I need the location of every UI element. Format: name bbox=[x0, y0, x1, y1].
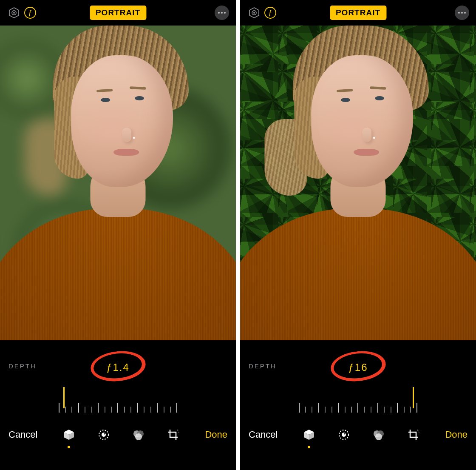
slider-ticks bbox=[299, 401, 418, 413]
aperture-icon[interactable]: ƒ bbox=[263, 6, 278, 20]
svg-point-24 bbox=[344, 433, 346, 435]
active-indicator bbox=[308, 446, 310, 448]
cancel-button[interactable]: Cancel bbox=[249, 429, 278, 440]
portrait-subject bbox=[0, 26, 236, 340]
hexagon-icon[interactable] bbox=[247, 6, 261, 20]
portrait-subject bbox=[240, 26, 476, 340]
adjust-icon[interactable] bbox=[334, 425, 353, 444]
mode-badge[interactable]: PORTRAIT bbox=[90, 6, 146, 20]
svg-point-16 bbox=[253, 12, 255, 14]
svg-text:ƒ: ƒ bbox=[28, 9, 32, 17]
depth-slider[interactable] bbox=[299, 387, 418, 413]
adjust-icon[interactable] bbox=[94, 425, 113, 444]
depth-slider[interactable] bbox=[59, 387, 178, 413]
aperture-icon[interactable]: ƒ bbox=[23, 6, 37, 20]
depth-label: DEPTH bbox=[8, 362, 37, 370]
bottom-toolbar: Cancel Done bbox=[240, 417, 476, 457]
aperture-value: ƒ16 bbox=[348, 362, 368, 373]
crop-icon[interactable] bbox=[164, 425, 183, 444]
svg-point-13 bbox=[135, 433, 142, 440]
svg-point-10 bbox=[104, 433, 105, 435]
done-button[interactable]: Done bbox=[445, 429, 468, 440]
done-button[interactable]: Done bbox=[205, 429, 227, 440]
filters-icon[interactable] bbox=[369, 425, 388, 444]
top-bar: ƒ PORTRAIT bbox=[0, 0, 236, 26]
svg-point-9 bbox=[102, 433, 106, 437]
depth-panel: DEPTH ƒ16 bbox=[240, 340, 476, 417]
editor-pane-left: ƒ PORTRAIT DEPTH ƒ1.4 bbox=[0, 0, 236, 470]
cube-icon[interactable] bbox=[300, 425, 318, 444]
cube-icon[interactable] bbox=[60, 425, 78, 444]
depth-label: DEPTH bbox=[249, 362, 277, 370]
svg-text:ƒ: ƒ bbox=[269, 9, 272, 17]
svg-point-27 bbox=[375, 433, 382, 440]
more-button[interactable] bbox=[455, 6, 469, 20]
mode-badge[interactable]: PORTRAIT bbox=[330, 6, 386, 20]
hexagon-icon[interactable] bbox=[7, 6, 21, 20]
svg-point-2 bbox=[13, 12, 15, 14]
crop-icon[interactable] bbox=[404, 425, 423, 444]
bottom-toolbar: Cancel Done bbox=[0, 417, 236, 457]
filters-icon[interactable] bbox=[129, 425, 148, 444]
top-bar: ƒ PORTRAIT bbox=[240, 0, 476, 26]
photo-preview[interactable] bbox=[0, 26, 236, 340]
depth-panel: DEPTH ƒ1.4 bbox=[0, 340, 236, 417]
slider-ticks bbox=[59, 401, 178, 413]
more-icon bbox=[458, 12, 460, 14]
editor-pane-right: ƒ PORTRAIT DEPTH ƒ16 bbox=[240, 0, 476, 470]
more-button[interactable] bbox=[215, 6, 229, 20]
cancel-button[interactable]: Cancel bbox=[8, 429, 37, 440]
photo-preview[interactable] bbox=[240, 26, 476, 340]
active-indicator bbox=[68, 446, 70, 448]
aperture-value: ƒ1.4 bbox=[106, 362, 130, 373]
more-icon bbox=[218, 12, 220, 14]
svg-point-23 bbox=[342, 433, 346, 437]
